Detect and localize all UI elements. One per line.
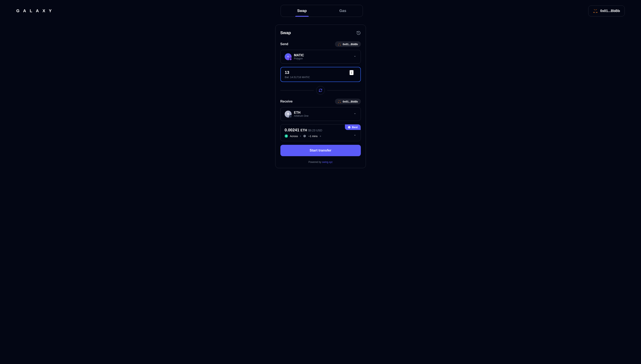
chevron-down-icon [353, 134, 356, 138]
wallet-address: 0x01...BbBb [600, 9, 620, 13]
stepper-up-icon[interactable]: ▲ [351, 71, 352, 72]
divider-line [280, 90, 314, 90]
top-tabs: Swap Gas [281, 5, 363, 17]
amount-stepper[interactable]: ▲ ▼ [350, 70, 353, 75]
powered-by: Powered by swing.xyz [280, 161, 361, 164]
receive-token-chain: Arbitrum One [294, 114, 309, 117]
send-label: Send [280, 42, 288, 46]
stepper-down-icon[interactable]: ▼ [351, 72, 352, 74]
swap-direction-button[interactable] [316, 86, 325, 94]
check-circle-icon [348, 126, 351, 129]
quote-route: Across [290, 134, 298, 138]
divider-line [327, 90, 361, 90]
best-badge: Best [345, 124, 360, 130]
receive-wallet-address: 0x01...BbBb [343, 100, 358, 103]
meta-separator: • [300, 134, 301, 138]
polygon-chain-badge-icon [289, 58, 292, 60]
across-route-icon: ✦ [285, 134, 288, 138]
send-wallet-pill[interactable]: 0x01...BbBb [335, 41, 361, 47]
chevron-down-icon [353, 55, 356, 59]
send-wallet-address: 0x01...BbBb [343, 43, 358, 46]
receive-token-selector[interactable]: ETH Arbitrum One [280, 107, 361, 121]
wallet-connect-button[interactable]: 0x01...BbBb [588, 6, 625, 16]
quote-plus: + [320, 134, 321, 138]
quote-amount: 0.00241 [285, 128, 299, 132]
send-token-symbol: MATIC [294, 54, 304, 57]
send-token-chain: Polygon [294, 57, 304, 60]
swap-card: Swap Send 0x01...BbBb MATIC Polygon [275, 24, 366, 168]
arbitrum-chain-badge-icon [289, 115, 292, 118]
receive-wallet-pill[interactable]: 0x01...BbBb [335, 99, 361, 104]
eth-token-icon [285, 110, 292, 118]
swing-link[interactable]: swing.xyz [322, 161, 332, 164]
matic-token-icon [285, 53, 292, 60]
metamask-icon [593, 8, 598, 14]
send-amount-input-wrap: ▲ ▼ Bal: 14.51716 MATIC [280, 67, 361, 82]
send-amount-input[interactable] [285, 70, 350, 75]
quote-card[interactable]: Best 0.00241 ETH $9.23 USD ✦ Across • ~1… [280, 124, 361, 141]
quote-usd: $9.23 USD [308, 129, 322, 132]
brand-logo: GALAXY [16, 8, 55, 13]
chevron-down-icon [353, 112, 356, 116]
metamask-icon [338, 100, 341, 103]
tab-gas[interactable]: Gas [323, 5, 363, 17]
send-token-selector[interactable]: MATIC Polygon [280, 50, 361, 64]
clock-icon [303, 134, 306, 138]
start-transfer-button[interactable]: Start transfer [280, 145, 361, 156]
card-title: Swap [280, 30, 291, 35]
tab-swap[interactable]: Swap [281, 5, 323, 17]
history-icon[interactable] [356, 31, 361, 35]
quote-time: ~1 mins [308, 134, 318, 138]
receive-token-symbol: ETH [294, 111, 309, 114]
metamask-icon [338, 42, 341, 46]
quote-symbol: ETH [301, 128, 307, 132]
receive-label: Receive [280, 100, 293, 103]
send-balance: Bal: 14.51716 MATIC [285, 76, 356, 79]
